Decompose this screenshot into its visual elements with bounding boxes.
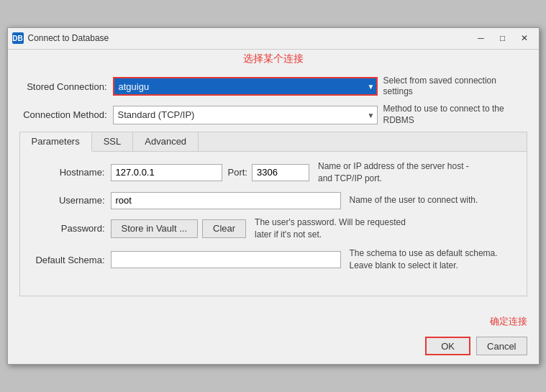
main-content: Stored Connection: atguigu ▼ Select from… xyxy=(8,68,539,309)
stored-connection-select-wrapper: atguigu ▼ xyxy=(113,77,378,96)
password-hint: The user's password. Will be requested l… xyxy=(255,216,413,241)
titlebar: DB Connect to Database ─ □ ✕ xyxy=(8,28,539,50)
default-schema-input[interactable] xyxy=(111,251,341,268)
connection-method-select-wrapper: Standard (TCP/IP) Standard (TCP/IP) over… xyxy=(113,106,378,124)
stored-connection-row: Stored Connection: atguigu ▼ Select from… xyxy=(19,76,527,98)
ok-button[interactable]: OK xyxy=(425,337,470,355)
tab-ssl[interactable]: SSL xyxy=(92,132,134,151)
default-schema-label: Default Schema: xyxy=(32,255,111,265)
hostname-label: Hostname: xyxy=(32,167,111,178)
stored-connection-label: Stored Connection: xyxy=(19,81,113,92)
minimize-button[interactable]: ─ xyxy=(471,30,491,46)
app-icon: DB xyxy=(12,32,24,44)
clear-password-button[interactable]: Clear xyxy=(202,219,246,238)
maximize-button[interactable]: □ xyxy=(493,30,513,46)
tab-parameters-content: Hostname: Port: Name or IP address of th… xyxy=(20,152,527,296)
cancel-button[interactable]: Cancel xyxy=(476,337,527,355)
default-schema-row: Default Schema: The schema to use as def… xyxy=(32,247,515,272)
password-label: Password: xyxy=(32,223,111,234)
port-label: Port: xyxy=(228,167,247,178)
connection-method-row: Connection Method: Standard (TCP/IP) Sta… xyxy=(19,104,527,126)
password-row: Password: Store in Vault ... Clear The u… xyxy=(32,216,515,241)
default-schema-hint: The schema to use as default schema. Lea… xyxy=(350,247,508,272)
username-label: Username: xyxy=(32,195,111,206)
connection-method-hint: Method to use to connect to the RDBMS xyxy=(383,104,527,126)
username-hint: Name of the user to connect with. xyxy=(350,194,478,206)
chinese-top-label: 选择某个连接 xyxy=(8,50,539,68)
connect-to-database-window: DB Connect to Database ─ □ ✕ 选择某个连接 Stor… xyxy=(7,27,540,365)
tab-advanced[interactable]: Advanced xyxy=(133,132,199,151)
hostname-hint: Name or IP address of the server host - … xyxy=(318,160,476,185)
hostname-input[interactable] xyxy=(111,164,222,181)
chinese-bottom-label: 确定连接 xyxy=(490,315,527,328)
connection-method-label: Connection Method: xyxy=(19,109,113,120)
tabs-header: Parameters SSL Advanced xyxy=(20,132,527,152)
port-input[interactable] xyxy=(252,164,309,181)
store-in-vault-button[interactable]: Store in Vault ... xyxy=(111,219,199,238)
footer-buttons: OK Cancel xyxy=(425,337,527,355)
tabs-container: Parameters SSL Advanced Hostname: Port: … xyxy=(19,132,527,296)
hostname-row: Hostname: Port: Name or IP address of th… xyxy=(32,160,515,185)
username-row: Username: Name of the user to connect wi… xyxy=(32,192,515,209)
username-input[interactable] xyxy=(111,192,341,209)
close-button[interactable]: ✕ xyxy=(514,30,534,46)
tab-parameters[interactable]: Parameters xyxy=(20,132,92,152)
footer: 确定连接 OK Cancel xyxy=(8,309,539,364)
stored-connection-hint: Select from saved connection settings xyxy=(383,76,527,98)
stored-connection-select[interactable]: atguigu xyxy=(113,77,378,96)
window-title: Connect to Database xyxy=(28,33,471,43)
connection-method-select[interactable]: Standard (TCP/IP) Standard (TCP/IP) over… xyxy=(113,106,378,124)
titlebar-controls: ─ □ ✕ xyxy=(471,30,534,46)
